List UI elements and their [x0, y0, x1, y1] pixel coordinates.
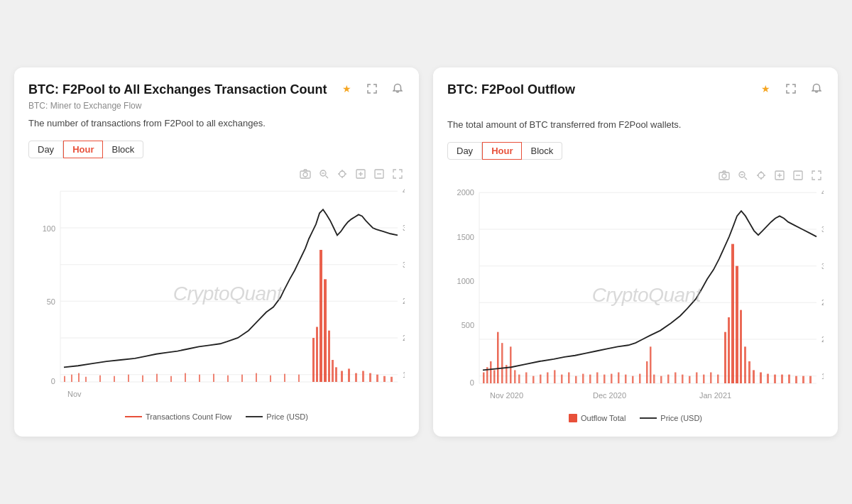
svg-rect-108 [497, 332, 499, 383]
tab-block[interactable]: Block [103, 141, 143, 158]
svg-rect-125 [604, 375, 606, 383]
svg-rect-146 [736, 266, 738, 383]
svg-rect-136 [674, 372, 677, 383]
legend-line-black-2 [640, 417, 657, 419]
svg-rect-152 [767, 374, 769, 383]
zoom-toolbar-icon-2[interactable] [736, 168, 750, 182]
svg-text:2000: 2000 [457, 188, 474, 197]
star-icon-2[interactable]: ★ [755, 79, 775, 99]
svg-text:0: 0 [470, 378, 474, 387]
card-subtitle: BTC: Miner to Exchange Flow [28, 101, 405, 111]
svg-text:25k: 25k [821, 298, 824, 307]
svg-rect-56 [328, 331, 330, 382]
svg-rect-114 [525, 372, 528, 383]
svg-rect-139 [696, 372, 698, 383]
svg-rect-157 [802, 376, 804, 383]
bell-icon-2[interactable] [807, 79, 826, 99]
svg-rect-132 [650, 346, 652, 383]
fullscreen-icon[interactable] [390, 167, 405, 181]
svg-text:15k: 15k [821, 372, 824, 380]
crosshair-icon-2[interactable] [754, 168, 768, 182]
svg-rect-158 [809, 376, 812, 383]
svg-rect-65 [383, 376, 386, 382]
chart-area-1: 100 50 0 40k 35k 30k 25k 20k 15k Nov [28, 184, 405, 404]
svg-rect-142 [717, 375, 719, 383]
card-description-2: The total amount of BTC transferred from… [447, 118, 824, 132]
svg-rect-112 [514, 370, 516, 383]
camera-toolbar-icon[interactable] [298, 167, 312, 181]
remove-indicator-icon-2[interactable] [791, 168, 805, 182]
svg-rect-155 [788, 375, 790, 383]
svg-rect-134 [660, 376, 662, 383]
svg-text:50: 50 [47, 297, 55, 306]
svg-rect-154 [781, 375, 783, 383]
remove-indicator-icon[interactable] [372, 167, 386, 181]
svg-rect-45 [213, 374, 214, 382]
svg-rect-151 [760, 372, 762, 383]
legend-transactions-label: Transactions Count Flow [146, 412, 231, 421]
svg-rect-149 [748, 361, 750, 383]
svg-rect-51 [298, 375, 300, 382]
svg-rect-143 [724, 332, 726, 383]
svg-rect-106 [490, 361, 492, 383]
card-header-icons-2: ★ [755, 79, 826, 99]
svg-rect-153 [774, 375, 776, 383]
svg-text:Nov 2020: Nov 2020 [490, 390, 523, 399]
add-indicator-icon[interactable] [354, 167, 368, 181]
svg-rect-37 [99, 376, 101, 382]
svg-rect-34 [71, 375, 72, 382]
expand-icon-2[interactable] [781, 79, 801, 99]
crosshair-icon[interactable] [335, 167, 349, 181]
cards-container: ★ BTC: F2Pool to All Exchanges Transacti… [14, 67, 838, 437]
svg-text:100: 100 [43, 224, 55, 233]
svg-rect-35 [78, 373, 80, 382]
bell-icon[interactable] [388, 79, 408, 99]
svg-rect-148 [744, 346, 746, 383]
svg-rect-52 [312, 338, 315, 382]
svg-text:35k: 35k [403, 224, 405, 232]
expand-icon[interactable] [362, 79, 382, 99]
svg-rect-61 [355, 373, 357, 382]
zoom-toolbar-icon[interactable] [317, 167, 331, 181]
svg-rect-104 [483, 372, 485, 383]
svg-rect-58 [335, 367, 337, 382]
camera-toolbar-icon-2[interactable] [717, 168, 731, 182]
svg-point-5 [339, 171, 345, 177]
svg-rect-116 [540, 375, 542, 383]
svg-rect-50 [284, 374, 285, 382]
fullscreen-icon-2[interactable] [809, 168, 824, 182]
svg-rect-118 [554, 370, 556, 383]
star-icon[interactable]: ★ [337, 79, 356, 99]
legend-outflow-label: Outflow Total [581, 414, 626, 422]
svg-text:20k: 20k [403, 334, 405, 342]
tab-hour[interactable]: Hour [63, 141, 103, 158]
tab-day-2[interactable]: Day [447, 142, 482, 160]
legend-2: Outflow Total Price (USD) [447, 414, 824, 422]
card-outflow: ★ BTC: F2Pool Outflow The total amount o… [433, 67, 838, 437]
tab-day[interactable]: Day [28, 141, 63, 158]
add-indicator-icon-2[interactable] [772, 168, 787, 182]
svg-rect-138 [689, 376, 691, 383]
legend-price-1-label: Price (USD) [266, 412, 308, 421]
legend-outflow: Outflow Total [569, 414, 626, 422]
svg-rect-124 [596, 372, 599, 383]
svg-rect-121 [575, 376, 577, 383]
time-tabs-2: Day Hour Block [447, 142, 824, 160]
card-subtitle-2 [447, 101, 824, 112]
svg-rect-140 [703, 375, 705, 383]
svg-rect-135 [667, 375, 670, 383]
svg-rect-63 [369, 373, 371, 382]
svg-rect-41 [156, 374, 158, 382]
card-transaction-count: ★ BTC: F2Pool to All Exchanges Transacti… [14, 67, 419, 437]
tab-block-2[interactable]: Block [522, 142, 562, 160]
svg-rect-66 [390, 377, 393, 382]
card-header-icons: ★ [337, 79, 408, 99]
svg-text:1000: 1000 [457, 277, 474, 285]
svg-text:15k: 15k [403, 371, 405, 379]
tab-hour-2[interactable]: Hour [482, 142, 522, 160]
svg-rect-43 [185, 373, 186, 382]
svg-rect-39 [128, 375, 129, 382]
legend-rect-outflow [569, 414, 577, 422]
svg-rect-33 [64, 376, 65, 382]
svg-rect-49 [270, 376, 271, 382]
